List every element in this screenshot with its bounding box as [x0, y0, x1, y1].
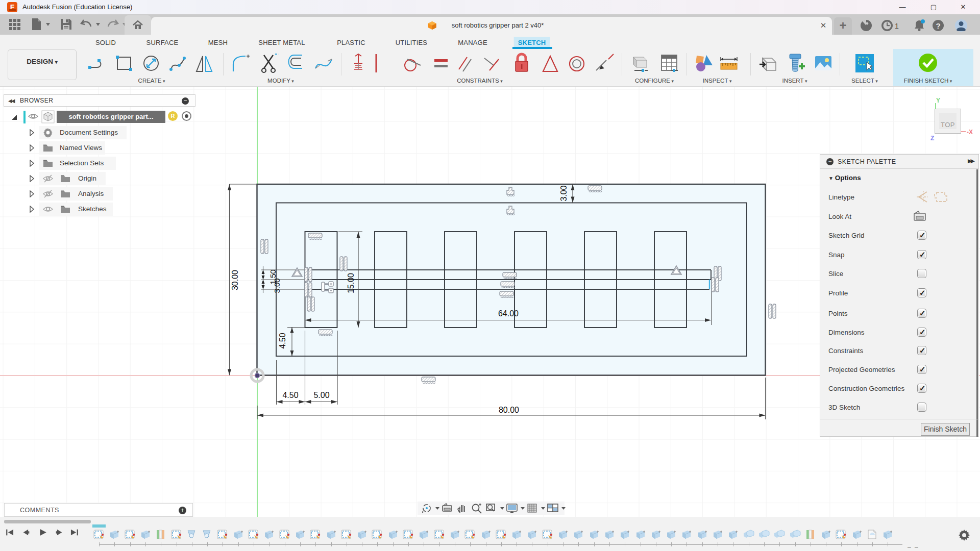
undo-dropdown[interactable]: [95, 17, 101, 31]
sketch-offset-line-icon[interactable]: [366, 52, 386, 74]
extensions-icon[interactable]: [860, 19, 874, 33]
collapse-panel-icon[interactable]: ◀◀: [8, 98, 14, 104]
viewcube[interactable]: TOP Y Z -X: [935, 109, 961, 134]
dropdown-caret-icon[interactable]: [561, 507, 566, 510]
save-icon[interactable]: [59, 17, 72, 31]
timeline-feature-sketch[interactable]: [124, 529, 136, 541]
insert-derive-icon[interactable]: [757, 52, 778, 74]
group-insert[interactable]: INSERT: [782, 78, 807, 84]
timeline-feature-sketch[interactable]: [495, 529, 507, 541]
timeline-play-button[interactable]: [38, 528, 47, 537]
timeline-feature-extrude[interactable]: [263, 529, 275, 541]
zoom-window-icon[interactable]: [485, 503, 498, 514]
expand-caret-icon[interactable]: [29, 160, 35, 167]
sketch-scale-icon[interactable]: [348, 52, 369, 74]
create-circle-icon[interactable]: [141, 52, 161, 74]
timeline-feature-appearance[interactable]: [155, 529, 167, 541]
timeline-feature-extrude[interactable]: [588, 529, 600, 541]
group-constraints[interactable]: CONSTRAINTS: [457, 78, 502, 84]
home-button[interactable]: [125, 15, 151, 35]
close-button[interactable]: ✕: [951, 0, 975, 14]
timeline-feature-sketch[interactable]: [248, 529, 260, 541]
linetype-construction-icon[interactable]: [915, 190, 930, 204]
visibility-eye-icon[interactable]: [42, 204, 54, 215]
notifications-bell-icon[interactable]: [913, 18, 928, 34]
timeline-feature-extrude[interactable]: [139, 529, 152, 541]
palette-collapse-icon[interactable]: −: [826, 158, 834, 165]
timeline-feature-extrude[interactable]: [820, 529, 832, 541]
checkbox-profile[interactable]: [917, 288, 926, 297]
timeline-feature-combine[interactable]: [773, 529, 786, 541]
palette-options-section[interactable]: Options: [828, 174, 861, 182]
timeline-feature-loft[interactable]: [201, 529, 213, 541]
expand-caret-icon[interactable]: [29, 129, 35, 136]
timeline-feature-extrude[interactable]: [603, 529, 616, 541]
browser-item-sketches[interactable]: Sketches: [4, 202, 195, 217]
timeline-feature-extrude[interactable]: [712, 529, 724, 541]
timeline-feature-extrude[interactable]: [294, 529, 306, 541]
undo-icon[interactable]: [80, 17, 93, 31]
viewcube-face[interactable]: TOP: [939, 113, 957, 129]
group-configure[interactable]: CONFIGURE: [635, 78, 674, 84]
timeline-feature-sketch[interactable]: [402, 529, 414, 541]
modify-spline-icon[interactable]: [313, 52, 334, 74]
file-menu-icon[interactable]: [30, 17, 43, 31]
timeline-feature-combine[interactable]: [789, 529, 801, 541]
redo-icon[interactable]: [106, 17, 119, 31]
user-avatar[interactable]: [954, 19, 969, 33]
timeline-step-forward-button[interactable]: [54, 528, 64, 537]
maximize-button[interactable]: ▢: [922, 0, 945, 14]
modify-offset-icon[interactable]: [286, 52, 306, 74]
timeline-feature-extrude[interactable]: [418, 529, 430, 541]
timeline-feature-sketch[interactable]: [542, 529, 554, 541]
finish-sketch-icon[interactable]: [918, 52, 938, 74]
timeline-feature-extrude[interactable]: [650, 529, 662, 541]
create-line-icon[interactable]: [87, 52, 107, 74]
timeline-feature-extrude[interactable]: [680, 529, 693, 541]
browser-item-analysis[interactable]: Analysis: [4, 186, 195, 202]
root-visibility-eye-icon[interactable]: [28, 113, 38, 120]
group-inspect[interactable]: INSPECT: [703, 78, 732, 84]
minimize-button[interactable]: —: [891, 0, 914, 14]
timeline-feature-loft[interactable]: [186, 529, 198, 541]
timeline-feature-extrude[interactable]: [851, 529, 863, 541]
finish-sketch-button[interactable]: Finish Sketch: [921, 423, 970, 436]
tab-plastic[interactable]: PLASTIC: [333, 37, 370, 48]
new-tab-button[interactable]: +: [834, 17, 852, 35]
pan-icon[interactable]: [456, 503, 468, 514]
inspect-measure-icon[interactable]: [719, 52, 739, 74]
timeline-feature-sketch[interactable]: [340, 529, 353, 541]
group-create[interactable]: CREATE: [138, 78, 165, 84]
timeline-feature-extrude[interactable]: [232, 529, 244, 541]
dropdown-caret-icon[interactable]: [541, 507, 545, 510]
look-at-icon[interactable]: [913, 210, 926, 222]
sketch-palette-header[interactable]: − SKETCH PALETTE ▶▶: [820, 155, 978, 169]
palette-expand-icon[interactable]: ▶▶: [968, 158, 973, 164]
timeline-feature-sketch[interactable]: [464, 529, 476, 541]
help-icon[interactable]: ?: [932, 19, 946, 33]
timeline-go-start-button[interactable]: [5, 528, 15, 537]
timeline-feature-extrude[interactable]: [449, 529, 461, 541]
inspect-shapes-icon[interactable]: [693, 52, 714, 74]
browser-header[interactable]: ◀◀ BROWSER −: [4, 94, 195, 107]
timeline-feature-extrude[interactable]: [696, 529, 708, 541]
insert-fastener-icon[interactable]: [786, 52, 806, 74]
timeline-feature-extrude[interactable]: [108, 529, 120, 541]
app-grid-icon[interactable]: [8, 17, 21, 31]
checkbox-sketch-grid[interactable]: [917, 231, 926, 240]
checkbox-points[interactable]: [917, 309, 926, 318]
expand-caret-icon[interactable]: [11, 114, 18, 121]
browser-item-document-settings[interactable]: Document Settings: [4, 125, 195, 140]
expand-caret-icon[interactable]: [29, 144, 35, 152]
linetype-centerline-icon[interactable]: [934, 190, 948, 204]
timeline-feature-extrude[interactable]: [480, 529, 492, 541]
timeline-feature-extrude[interactable]: [325, 529, 337, 541]
timeline-feature-extrude[interactable]: [510, 529, 523, 541]
timeline-feature-extrude[interactable]: [727, 529, 739, 541]
tab-close-icon[interactable]: ✕: [819, 21, 828, 30]
timeline-feature-sketch[interactable]: [835, 529, 847, 541]
timeline-feature-combine[interactable]: [758, 529, 770, 541]
workspace-selector[interactable]: DESIGN ▾: [8, 49, 77, 80]
expand-caret-icon[interactable]: [29, 190, 35, 197]
grid-settings-icon[interactable]: [526, 503, 538, 514]
